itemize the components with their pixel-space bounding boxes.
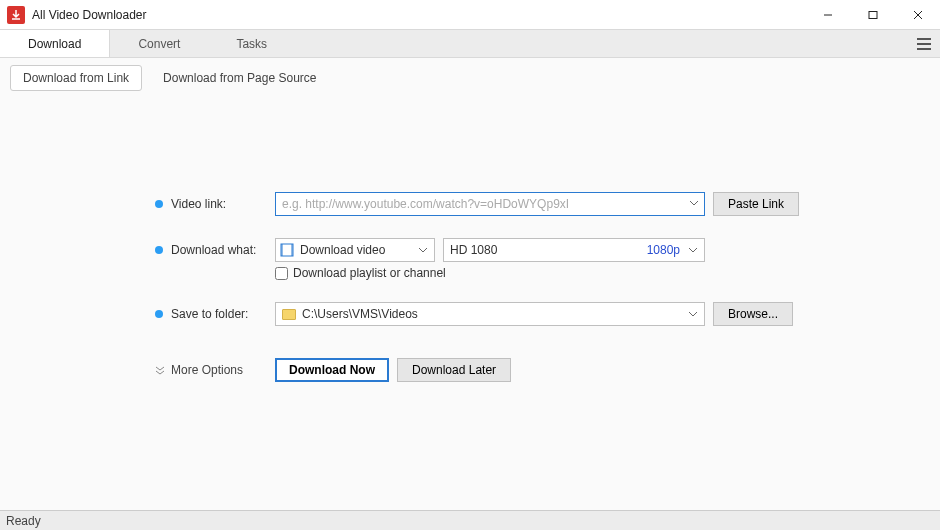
hamburger-icon (916, 38, 932, 50)
bullet-icon (155, 310, 163, 318)
more-options-toggle[interactable]: More Options (155, 363, 275, 377)
download-what-select[interactable]: Download video (275, 238, 435, 262)
svg-rect-3 (281, 244, 283, 256)
content-area: Video link: Paste Link Download what: Do… (0, 92, 940, 510)
titlebar: All Video Downloader (0, 0, 940, 30)
browse-button[interactable]: Browse... (713, 302, 793, 326)
menu-button[interactable] (908, 30, 940, 57)
download-now-button[interactable]: Download Now (275, 358, 389, 382)
download-later-button[interactable]: Download Later (397, 358, 511, 382)
tab-download[interactable]: Download (0, 30, 110, 57)
save-folder-select[interactable]: C:\Users\VMS\Videos (275, 302, 705, 326)
chevron-down-icon (688, 245, 698, 255)
minimize-button[interactable] (805, 0, 850, 30)
app-icon (7, 6, 25, 24)
bullet-icon (155, 246, 163, 254)
status-bar: Ready (0, 510, 940, 530)
bullet-icon (155, 200, 163, 208)
status-text: Ready (6, 514, 41, 528)
chevron-down-icon (418, 245, 428, 255)
chevron-expand-icon (155, 365, 165, 375)
video-link-input[interactable] (275, 192, 705, 216)
playlist-checkbox-row[interactable]: Download playlist or channel (275, 266, 446, 280)
label-save-to: Save to folder: (155, 307, 275, 321)
svg-rect-1 (869, 11, 877, 18)
subtab-from-link[interactable]: Download from Link (10, 65, 142, 91)
video-icon (280, 243, 294, 257)
label-download-what: Download what: (155, 243, 275, 257)
close-button[interactable] (895, 0, 940, 30)
window-title: All Video Downloader (32, 8, 805, 22)
subtab-from-source[interactable]: Download from Page Source (150, 65, 329, 91)
tab-convert[interactable]: Convert (110, 30, 208, 57)
paste-link-button[interactable]: Paste Link (713, 192, 799, 216)
chevron-down-icon[interactable] (689, 196, 699, 210)
subtabs: Download from Link Download from Page So… (0, 58, 940, 92)
quality-select[interactable]: HD 1080 1080p (443, 238, 705, 262)
maximize-button[interactable] (850, 0, 895, 30)
folder-icon (282, 309, 296, 320)
main-tabs: Download Convert Tasks (0, 30, 940, 58)
label-video-link: Video link: (155, 197, 275, 211)
playlist-checkbox[interactable] (275, 267, 288, 280)
svg-rect-4 (291, 244, 293, 256)
chevron-down-icon (688, 309, 698, 319)
tab-tasks[interactable]: Tasks (208, 30, 295, 57)
